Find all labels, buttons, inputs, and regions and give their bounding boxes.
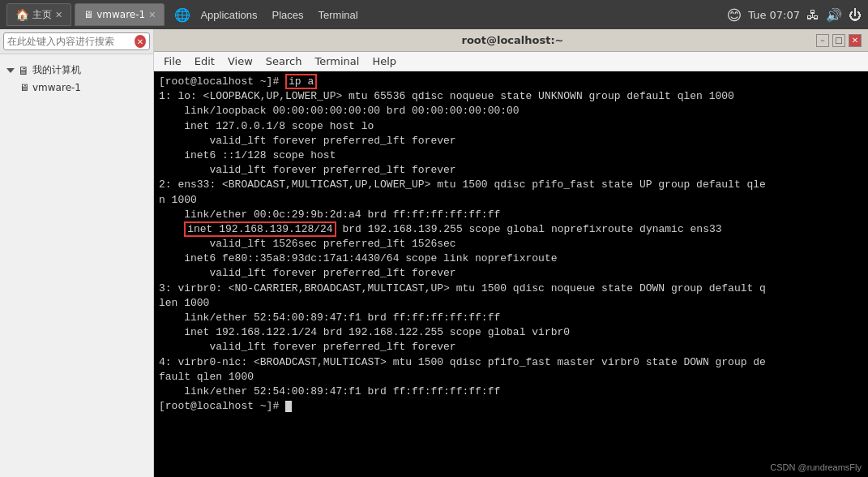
terminal-line-6: valid_lft forever preferred_lft forever (159, 163, 863, 178)
menu-edit[interactable]: Edit (188, 54, 221, 69)
terminal-button[interactable]: Terminal (312, 6, 365, 24)
terminal-line-8: n 1000 (159, 193, 863, 208)
sidebar-my-computer[interactable]: 🖥 我的计算机 (3, 61, 150, 80)
minimize-button[interactable]: － (816, 34, 829, 47)
terminal-window: root@localhost:~ － □ ✕ File Edit View Se… (154, 29, 868, 477)
apps-icon: 🌐 (174, 7, 190, 23)
home-tab-close[interactable]: ✕ (55, 10, 62, 20)
home-tab-label: 主页 (32, 8, 52, 22)
places-label: Places (272, 9, 304, 21)
applications-button[interactable]: Applications (194, 6, 263, 24)
home-icon: 🏠 (15, 8, 29, 21)
terminal-line-10: inet 192.168.139.128/24 brd 192.168.139.… (159, 222, 863, 237)
vmware-tab-label: vmware-1 (96, 9, 145, 20)
terminal-line-14: 3: virbr0: <NO-CARRIER,BROADCAST,MULTICA… (159, 281, 863, 296)
watermark-author: @rundreamsFly (798, 462, 862, 472)
clock: Tue 07:07 (748, 9, 800, 21)
terminal-line-3: inet 127.0.0.1/8 scope host lo (159, 119, 863, 134)
terminal-line-5: inet6 ::1/128 scope host (159, 148, 863, 163)
terminal-line-16: link/ether 52:54:00:89:47:f1 brd ff:ff:f… (159, 311, 863, 325)
terminal-line-9: link/ether 00:0c:29:9b:2d:a4 brd ff:ff:f… (159, 208, 863, 222)
terminal-line-2: link/loopback 00:00:00:00:00:00 brd 00:0… (159, 104, 863, 118)
terminal-line-4: valid_lft forever preferred_lft forever (159, 134, 863, 148)
my-computer-label: 我的计算机 (32, 63, 81, 77)
menu-view[interactable]: View (221, 54, 259, 69)
taskbar: 🏠 主页 ✕ 🖥 vmware-1 ✕ 🌐 Applications Place… (0, 0, 868, 29)
terminal-line-1: 1: lo: <LOOPBACK,UP,LOWER_UP> mtu 65536 … (159, 89, 863, 104)
ip-highlight: inet 192.168.139.128/24 (184, 221, 336, 237)
terminal-body[interactable]: [root@localhost ~]# ip a 1: lo: <LOOPBAC… (154, 71, 868, 477)
taskbar-right: 😊 Tue 07:07 🖧 🔊 ⏻ (726, 6, 862, 24)
main-area: ✕ 🖥 我的计算机 🖥 vmware-1 root@localhost:~ － … (0, 29, 868, 477)
vmware-tab-close[interactable]: ✕ (148, 10, 156, 20)
terminal-titlebar: root@localhost:~ － □ ✕ (154, 29, 868, 52)
menu-file[interactable]: File (157, 54, 188, 69)
terminal-line-0: [root@localhost ~]# ip a (159, 75, 863, 89)
sidebar-vmware-item[interactable]: 🖥 vmware-1 (3, 80, 150, 96)
sidebar: ✕ 🖥 我的计算机 🖥 vmware-1 (0, 29, 154, 477)
terminal-line-7: 2: ens33: <BROADCAST,MULTICAST,UP,LOWER_… (159, 178, 863, 192)
terminal-line-19: 4: virbr0-nic: <BROADCAST,MULTICAST> mtu… (159, 355, 863, 370)
window-controls: － □ ✕ (816, 34, 862, 47)
applications-label: Applications (200, 9, 257, 21)
watermark-site: CSDN (770, 462, 795, 472)
terminal-line-17: inet 192.168.122.1/24 brd 192.168.122.25… (159, 325, 863, 340)
menu-search[interactable]: Search (259, 54, 309, 69)
terminal-line-22: [root@localhost ~]# (159, 399, 863, 414)
sidebar-search-input[interactable] (7, 36, 130, 47)
terminal-label: Terminal (319, 9, 358, 21)
sidebar-search-box[interactable]: ✕ (3, 32, 150, 50)
vmware-tab[interactable]: 🖥 vmware-1 ✕ (75, 3, 165, 26)
expand-icon (6, 68, 15, 73)
vmware-tab-icon: 🖥 (83, 9, 93, 20)
sidebar-content: 🖥 我的计算机 🖥 vmware-1 (0, 54, 153, 477)
cursor (285, 401, 292, 412)
close-button[interactable]: ✕ (849, 34, 862, 47)
watermark: CSDN @rundreamsFly (770, 462, 862, 474)
terminal-title: root@localhost:~ (209, 34, 816, 46)
terminal-menubar: File Edit View Search Terminal Help (154, 52, 868, 71)
terminal-line-15: len 1000 (159, 296, 863, 311)
computer-icon: 🖥 (18, 64, 29, 77)
menu-help[interactable]: Help (366, 54, 403, 69)
places-button[interactable]: Places (266, 6, 310, 24)
home-tab[interactable]: 🏠 主页 ✕ (6, 3, 71, 26)
volume-icon: 🔊 (826, 7, 842, 23)
vmware-item-label: vmware-1 (32, 82, 81, 93)
face-icon: 😊 (726, 6, 742, 24)
sidebar-search-area: ✕ (0, 29, 153, 54)
terminal-line-18: valid_lft forever preferred_lft forever (159, 340, 863, 355)
terminal-line-13: valid_lft forever preferred_lft forever (159, 266, 863, 281)
terminal-line-21: link/ether 52:54:00:89:47:f1 brd ff:ff:f… (159, 385, 863, 399)
maximize-button[interactable]: □ (832, 34, 845, 47)
terminal-line-11: valid_lft 1526sec preferred_lft 1526sec (159, 237, 863, 251)
power-icon[interactable]: ⏻ (849, 7, 862, 23)
cmd-highlight: ip a (285, 74, 317, 89)
vmware-item-icon: 🖥 (19, 82, 29, 93)
network-icon: 🖧 (806, 7, 819, 23)
sidebar-search-clear[interactable]: ✕ (135, 35, 146, 48)
terminal-line-20: fault qlen 1000 (159, 370, 863, 385)
taskbar-left: 🏠 主页 ✕ 🖥 vmware-1 ✕ 🌐 Applications Place… (6, 3, 723, 26)
terminal-line-12: inet6 fe80::35a8:93dc:17a1:4430/64 scope… (159, 251, 863, 266)
menu-terminal[interactable]: Terminal (308, 54, 366, 69)
